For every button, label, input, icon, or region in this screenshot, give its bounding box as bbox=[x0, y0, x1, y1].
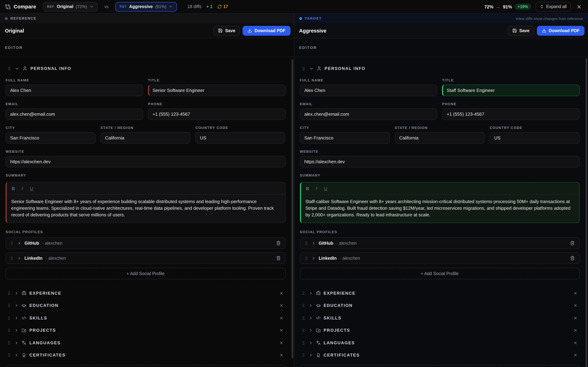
grip-icon[interactable] bbox=[10, 241, 14, 245]
full-name-input[interactable]: Alex Chen bbox=[6, 84, 143, 96]
grip-icon[interactable] bbox=[7, 66, 12, 71]
bold-icon[interactable]: B bbox=[305, 186, 310, 191]
grip-icon[interactable] bbox=[7, 304, 11, 308]
section-row-projects[interactable]: PROJECTS bbox=[6, 324, 285, 337]
social-row-linkedin[interactable]: LinkedIn · alexchen bbox=[6, 252, 285, 264]
chevron-right-icon[interactable] bbox=[17, 256, 21, 260]
country-input[interactable]: US bbox=[196, 132, 285, 144]
scrollbar-thumb[interactable] bbox=[586, 58, 587, 367]
remove-section-icon[interactable] bbox=[573, 291, 578, 296]
grip-icon[interactable] bbox=[7, 341, 11, 345]
grip-icon[interactable] bbox=[7, 353, 11, 357]
chevron-right-icon[interactable] bbox=[311, 256, 316, 260]
chevron-right-icon[interactable] bbox=[17, 241, 21, 245]
grip-icon[interactable] bbox=[301, 304, 305, 308]
grip-icon[interactable] bbox=[301, 66, 306, 71]
reference-selector[interactable]: REF Original (72%) bbox=[43, 2, 98, 11]
grip-icon[interactable] bbox=[7, 316, 11, 320]
section-row-certificates[interactable]: CERTIFICATES bbox=[300, 349, 579, 361]
chevron-right-icon[interactable] bbox=[309, 304, 313, 308]
chevron-down-icon[interactable] bbox=[15, 66, 19, 71]
section-row-languages[interactable]: LANGUAGES bbox=[6, 337, 285, 349]
chevron-right-icon[interactable] bbox=[309, 316, 313, 320]
country-input[interactable]: US bbox=[490, 132, 579, 144]
grip-icon[interactable] bbox=[301, 328, 305, 333]
chevron-right-icon[interactable] bbox=[14, 341, 18, 345]
grip-icon[interactable] bbox=[304, 241, 308, 245]
website-input[interactable]: https://alexchen.dev bbox=[6, 156, 285, 167]
state-input[interactable]: California bbox=[100, 132, 190, 144]
trash-icon[interactable] bbox=[275, 240, 281, 246]
website-input[interactable]: https://alexchen.dev bbox=[300, 156, 579, 167]
chevron-right-icon[interactable] bbox=[14, 353, 18, 357]
download-pdf-button[interactable]: Download PDF bbox=[537, 26, 585, 35]
grip-icon[interactable] bbox=[304, 256, 308, 260]
social-row-github[interactable]: GitHub · alexchen bbox=[6, 237, 285, 249]
social-row-github[interactable]: GitHub · alexchen bbox=[300, 237, 579, 249]
remove-section-icon[interactable] bbox=[573, 315, 578, 321]
summary-text[interactable]: Senior Software Engineer with 8+ years o… bbox=[7, 195, 285, 223]
grip-icon[interactable] bbox=[7, 291, 11, 295]
section-row-education[interactable]: EDUCATION bbox=[300, 299, 579, 312]
remove-section-icon[interactable] bbox=[278, 340, 284, 346]
grip-icon[interactable] bbox=[301, 353, 305, 357]
target-selector[interactable]: TGT Aggressive (91%) bbox=[115, 2, 177, 11]
remove-section-icon[interactable] bbox=[278, 291, 284, 296]
title-input[interactable]: Senior Software Engineer bbox=[148, 84, 285, 96]
bold-icon[interactable]: B bbox=[11, 186, 15, 191]
chevron-right-icon[interactable] bbox=[14, 328, 18, 333]
social-row-linkedin[interactable]: LinkedIn · alexchen bbox=[300, 252, 579, 264]
trash-icon[interactable] bbox=[570, 240, 575, 246]
trash-icon[interactable] bbox=[275, 255, 281, 261]
email-input[interactable]: alex.chen@email.com bbox=[300, 108, 437, 120]
chevron-right-icon[interactable] bbox=[14, 316, 18, 320]
add-section-button[interactable]: + Add Section bbox=[300, 365, 579, 367]
section-row-projects[interactable]: PROJECTS bbox=[300, 324, 579, 337]
email-input[interactable]: alex.chen@email.com bbox=[6, 108, 143, 120]
section-row-experience[interactable]: EXPERIENCE bbox=[300, 287, 579, 299]
italic-icon[interactable]: I bbox=[314, 186, 319, 191]
grip-icon[interactable] bbox=[7, 328, 11, 333]
chevron-right-icon[interactable] bbox=[309, 291, 313, 295]
expand-all-button[interactable]: Expand all bbox=[535, 2, 571, 11]
section-row-certificates[interactable]: CERTIFICATES bbox=[6, 349, 285, 361]
full-name-input[interactable]: Alex Chen bbox=[300, 84, 437, 96]
add-social-profile-button[interactable]: + Add Social Profile bbox=[6, 268, 285, 279]
chevron-right-icon[interactable] bbox=[14, 304, 18, 308]
remove-section-icon[interactable] bbox=[573, 303, 578, 309]
remove-section-icon[interactable] bbox=[278, 352, 284, 358]
remove-section-icon[interactable] bbox=[278, 303, 284, 309]
chevron-right-icon[interactable] bbox=[14, 291, 18, 295]
italic-icon[interactable]: I bbox=[20, 186, 25, 191]
remove-section-icon[interactable] bbox=[278, 328, 284, 333]
section-row-languages[interactable]: LANGUAGES bbox=[300, 337, 579, 349]
close-button[interactable] bbox=[575, 3, 583, 11]
section-row-skills[interactable]: SKILLS bbox=[6, 312, 285, 324]
trash-icon[interactable] bbox=[570, 255, 575, 261]
remove-section-icon[interactable] bbox=[573, 340, 578, 346]
remove-section-icon[interactable] bbox=[278, 315, 284, 321]
grip-icon[interactable] bbox=[301, 341, 305, 345]
scrollbar-thumb[interactable] bbox=[291, 59, 293, 358]
city-input[interactable]: San Francisco bbox=[6, 132, 95, 144]
save-button[interactable]: Save bbox=[508, 26, 534, 35]
underline-icon[interactable]: U bbox=[324, 186, 328, 191]
grip-icon[interactable] bbox=[301, 291, 305, 295]
chevron-right-icon[interactable] bbox=[309, 353, 313, 357]
download-pdf-button[interactable]: Download PDF bbox=[243, 26, 290, 35]
save-button[interactable]: Save bbox=[214, 26, 240, 35]
underline-icon[interactable]: U bbox=[29, 186, 34, 191]
phone-input[interactable]: +1 (555) 123-4567 bbox=[442, 108, 580, 120]
chevron-right-icon[interactable] bbox=[309, 328, 313, 333]
chevron-down-icon[interactable] bbox=[309, 66, 313, 71]
grip-icon[interactable] bbox=[10, 256, 14, 260]
add-section-button[interactable]: + Add Section bbox=[6, 365, 285, 367]
section-row-skills[interactable]: SKILLS bbox=[300, 312, 579, 324]
summary-text[interactable]: Staff-caliber Software Engineer with 8+ … bbox=[301, 195, 579, 223]
remove-section-icon[interactable] bbox=[573, 328, 578, 333]
chevron-right-icon[interactable] bbox=[309, 341, 313, 345]
section-row-education[interactable]: EDUCATION bbox=[6, 299, 285, 312]
chevron-right-icon[interactable] bbox=[311, 241, 316, 245]
grip-icon[interactable] bbox=[301, 316, 305, 320]
remove-section-icon[interactable] bbox=[573, 352, 578, 358]
